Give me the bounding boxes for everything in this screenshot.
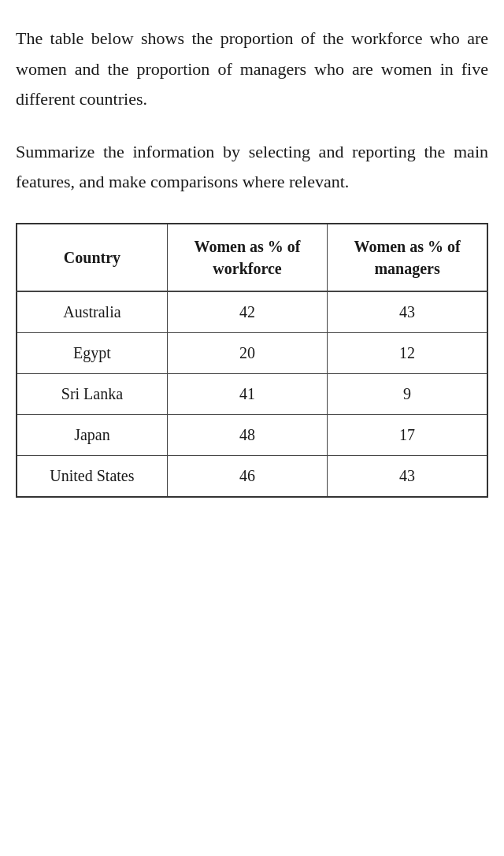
cell-country: Japan [17, 414, 167, 455]
cell-managers: 9 [328, 373, 487, 414]
header-workforce: Women as % of workforce [167, 224, 327, 291]
header-country: Country [17, 224, 167, 291]
cell-country: United States [17, 455, 167, 497]
cell-workforce: 20 [167, 332, 327, 373]
cell-workforce: 42 [167, 291, 327, 333]
cell-workforce: 41 [167, 373, 327, 414]
cell-workforce: 48 [167, 414, 327, 455]
cell-country: Australia [17, 291, 167, 333]
cell-country: Egypt [17, 332, 167, 373]
data-table: Country Women as % of workforce Women as… [16, 223, 488, 498]
cell-managers: 17 [328, 414, 487, 455]
header-managers: Women as % of managers [328, 224, 487, 291]
intro-paragraph-1: The table below shows the proportion of … [16, 24, 488, 115]
intro-paragraph-2: Summarize the information by selecting a… [16, 137, 488, 198]
table-row: Japan4817 [17, 414, 487, 455]
cell-managers: 43 [328, 291, 487, 333]
table-row: United States4643 [17, 455, 487, 497]
cell-managers: 43 [328, 455, 487, 497]
cell-managers: 12 [328, 332, 487, 373]
cell-country: Sri Lanka [17, 373, 167, 414]
cell-workforce: 46 [167, 455, 327, 497]
table-row: Egypt2012 [17, 332, 487, 373]
table-header-row: Country Women as % of workforce Women as… [17, 224, 487, 291]
table-row: Australia4243 [17, 291, 487, 333]
table-row: Sri Lanka419 [17, 373, 487, 414]
